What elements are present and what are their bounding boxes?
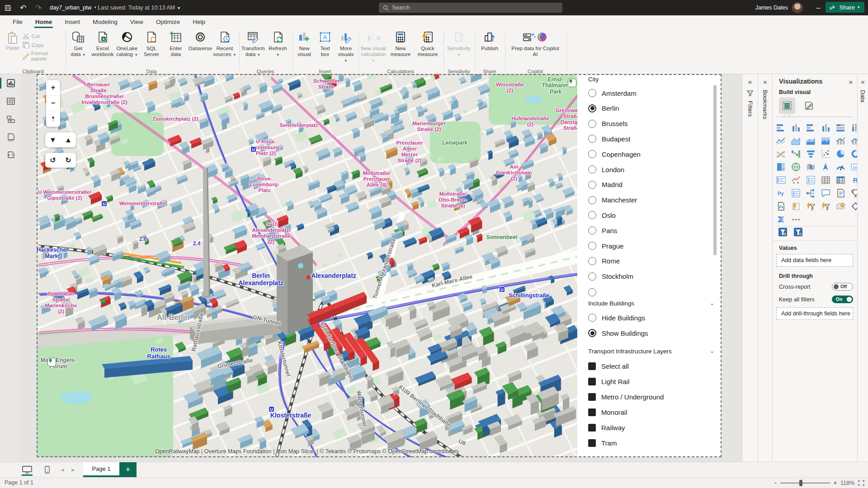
prep-data-for-copilot-ai-button[interactable]: Prep data for CopilotAI — [506, 29, 564, 57]
fit-to-page-icon[interactable] — [858, 480, 864, 486]
visual-type-treemap[interactable] — [775, 161, 786, 172]
visual-type-table[interactable] — [820, 174, 831, 185]
visual-type-100-stacked-bar[interactable] — [835, 122, 846, 133]
zoom-out-button[interactable]: - — [774, 480, 776, 486]
filters-pane-collapsed[interactable]: « Filters — [742, 74, 758, 462]
data-pane-collapsed[interactable]: « Data — [857, 74, 868, 462]
visual-type-funnel[interactable] — [805, 148, 816, 159]
visual-type-scatter[interactable] — [820, 148, 831, 159]
excel-workbook-button[interactable]: XExcelworkbook — [90, 29, 115, 57]
menu-tab-file[interactable]: File — [6, 15, 29, 28]
visual-type-gauge[interactable] — [835, 161, 846, 172]
collapse-visualizations-icon[interactable]: » — [849, 78, 853, 85]
transport-option-railway[interactable]: Railway — [588, 422, 625, 433]
city-option-brussels[interactable]: Brussels — [588, 118, 628, 129]
city-option-prague[interactable]: Prague — [588, 240, 623, 251]
buildings-option-show[interactable]: Show Buildings — [588, 328, 648, 338]
transport-option-monorail[interactable]: Monorail — [588, 407, 627, 418]
sidebar-item-tmdl-view[interactable] — [0, 146, 22, 164]
cross-report-toggle[interactable]: Off — [832, 283, 853, 291]
publish-button[interactable]: Publish — [476, 29, 503, 52]
visual-type-clustered-column[interactable] — [820, 122, 831, 133]
bookmarks-pane-collapsed[interactable]: « Bookmarks — [758, 74, 772, 462]
visual-type-100-stacked-area[interactable] — [820, 135, 831, 146]
transport-layers-collapse-icon[interactable]: ⌄ — [710, 348, 714, 354]
visual-type-tuple-slicer[interactable] — [790, 188, 801, 198]
sidebar-item-dax-query-view[interactable]: DAX — [0, 128, 22, 146]
new-measure-button[interactable]: Newmeasure — [387, 29, 414, 57]
visual-type-map[interactable] — [790, 161, 801, 172]
recent-sources-button[interactable]: Recentsources ▼ — [212, 29, 237, 58]
menu-tab-help[interactable]: Help — [186, 15, 212, 28]
zoom-slider-handle[interactable] — [799, 480, 802, 486]
city-option-manchester[interactable]: Manchester — [588, 195, 637, 206]
visual-type-multi-row-card[interactable] — [775, 174, 786, 185]
city-option-madrid[interactable]: Madrid — [588, 179, 623, 190]
city-option-paris[interactable]: Paris — [588, 225, 617, 236]
visual-type-stacked-area[interactable] — [805, 135, 816, 146]
city-option-rome[interactable]: Rome — [588, 256, 620, 267]
menu-tab-view[interactable]: View — [124, 15, 150, 28]
transport-option-tram[interactable]: Tram — [588, 437, 617, 448]
transport-option-select-all[interactable]: Select all — [588, 361, 629, 371]
visual-type-clustered-bar[interactable] — [805, 122, 816, 133]
new-visual-button[interactable]: Newvisual — [294, 29, 315, 57]
enter-data-button[interactable]: Enterdata — [164, 29, 188, 57]
visual-type-waterfall[interactable] — [790, 148, 801, 159]
icon-map-visual[interactable]: Bernauer StraßeSchwedter StraßeBrunnenst… — [37, 74, 577, 457]
visual-type-qa[interactable] — [820, 188, 831, 198]
buildings-option-hide[interactable]: Hide Buildings — [588, 312, 645, 323]
expand-filters-icon[interactable]: « — [742, 78, 758, 85]
map-zoom-in-button[interactable]: + — [46, 80, 60, 96]
menu-tab-home[interactable]: Home — [29, 15, 59, 28]
slicer-scrollbar[interactable] — [713, 85, 717, 255]
visual-type-dynamic-slicer[interactable] — [820, 201, 831, 211]
icon-map-slicer[interactable] — [778, 227, 788, 237]
sql-server-button[interactable]: SQLServer — [139, 29, 164, 57]
expand-bookmarks-icon[interactable]: « — [758, 78, 772, 85]
map-pitch-button[interactable]: ▲▼ — [46, 111, 60, 127]
desktop-layout-button[interactable] — [17, 462, 37, 477]
undo-icon[interactable]: ↶ — [15, 0, 31, 15]
add-data-fields-well[interactable]: Add data fields here — [776, 254, 853, 267]
zoom-slider[interactable] — [780, 483, 830, 483]
city-option-stockholm[interactable]: Stockholm — [588, 271, 633, 282]
quick-measure-button[interactable]: Quickmeasure — [414, 29, 441, 57]
visual-type-paginated-report[interactable] — [775, 201, 786, 211]
visual-type-ribbon[interactable] — [775, 148, 786, 159]
map-zoom-out-button[interactable]: − — [46, 96, 60, 112]
build-visual-mode-button[interactable] — [779, 98, 795, 114]
visual-type-pie[interactable] — [835, 148, 846, 159]
title-dropdown-caret[interactable]: ▾ — [178, 5, 180, 10]
visual-type-decomposition-tree[interactable] — [805, 188, 816, 198]
visual-type-line[interactable] — [775, 135, 786, 146]
visual-type-smart-narrative[interactable] — [835, 188, 846, 198]
more-visuals-button[interactable]: Morevisuals ▼ — [335, 29, 356, 64]
visual-type-python[interactable]: Py — [775, 188, 786, 198]
visual-type-power-automate-visual[interactable] — [805, 201, 816, 211]
format-visual-mode-button[interactable] — [801, 98, 817, 114]
visual-type-power-automate[interactable] — [775, 214, 786, 225]
mobile-layout-button[interactable] — [37, 462, 57, 477]
map-tilt-up-button[interactable]: ▲ — [61, 132, 76, 147]
visual-type-stacked-column[interactable] — [790, 122, 801, 133]
menu-tab-optimize[interactable]: Optimize — [150, 15, 186, 28]
refresh-button[interactable]: Refresh ▼ — [265, 29, 290, 58]
icon-map-slicer-2[interactable] — [793, 227, 803, 237]
sidebar-item-table-view[interactable] — [0, 92, 22, 110]
share-button[interactable]: Share▾ — [826, 2, 864, 13]
visual-type-stacked-bar[interactable] — [775, 122, 786, 133]
map-tilt-down-button[interactable]: ▼ — [45, 132, 61, 147]
search-input[interactable]: Search — [379, 3, 562, 13]
city-option-budapest[interactable]: Budapest — [588, 133, 630, 144]
dataverse-button[interactable]: Dataverse — [188, 29, 212, 52]
zoom-in-button[interactable]: + — [834, 480, 837, 486]
visual-type-kpi[interactable] — [790, 174, 801, 185]
visual-type-filled-map[interactable] — [805, 161, 816, 172]
sidebar-item-report-view[interactable] — [0, 74, 22, 92]
text-box-button[interactable]: ATextbox — [315, 29, 335, 57]
save-icon[interactable] — [0, 0, 15, 15]
city-option-london[interactable]: London — [588, 164, 624, 175]
page-tab[interactable]: Page 1 — [83, 462, 119, 477]
visual-type-area[interactable] — [790, 135, 801, 146]
